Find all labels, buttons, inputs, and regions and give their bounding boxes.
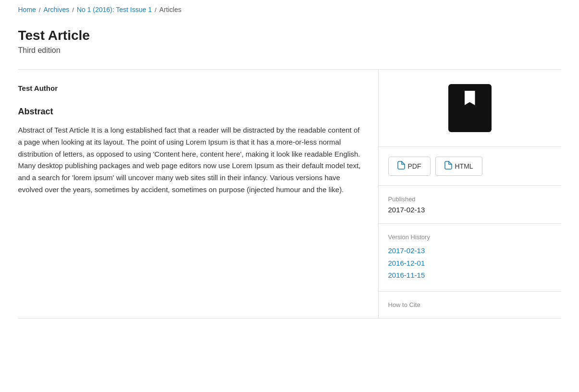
published-section: Published 2017-02-13 xyxy=(379,186,561,224)
version-link-3[interactable]: 2016-11-15 xyxy=(388,269,552,282)
abstract-heading: Abstract xyxy=(18,107,364,117)
version-history-section: Version History 2017-02-13 2016-12-01 20… xyxy=(379,224,561,292)
main-column: Test Author Abstract Abstract of Test Ar… xyxy=(18,70,379,318)
breadcrumb-sep-2: / xyxy=(72,6,74,13)
published-label: Published xyxy=(388,196,552,203)
published-date: 2017-02-13 xyxy=(388,206,552,214)
breadcrumb-archives[interactable]: Archives xyxy=(43,6,69,13)
breadcrumb-section: Articles xyxy=(160,6,182,13)
breadcrumb: Home / Archives / No 1 (2016): Test Issu… xyxy=(18,0,561,18)
pdf-download-button[interactable]: PDF xyxy=(388,157,431,176)
book-cover-area xyxy=(379,70,561,147)
downloads-section: PDF HTML xyxy=(379,147,561,186)
breadcrumb-sep-1: / xyxy=(39,6,41,13)
book-cover-icon xyxy=(448,84,492,132)
title-section: Test Article Third edition xyxy=(18,18,561,70)
how-to-cite-section: How to Cite xyxy=(379,292,561,318)
pdf-label: PDF xyxy=(408,162,421,170)
content-layout: Test Author Abstract Abstract of Test Ar… xyxy=(18,70,561,318)
bookmark-icon xyxy=(465,91,475,105)
breadcrumb-issue[interactable]: No 1 (2016): Test Issue 1 xyxy=(77,6,152,13)
abstract-text: Abstract of Test Article It is a long es… xyxy=(18,124,364,196)
how-to-cite-label: How to Cite xyxy=(388,301,552,308)
version-link-1[interactable]: 2017-02-13 xyxy=(388,245,552,257)
author-name: Test Author xyxy=(18,84,364,92)
pdf-icon xyxy=(397,161,405,172)
html-download-button[interactable]: HTML xyxy=(435,157,482,176)
article-subtitle: Third edition xyxy=(18,46,561,55)
version-link-2[interactable]: 2016-12-01 xyxy=(388,257,552,270)
breadcrumb-home[interactable]: Home xyxy=(18,6,36,13)
sidebar: PDF HTML Published 2017-02-13 xyxy=(379,70,561,318)
html-icon xyxy=(444,161,452,172)
article-title: Test Article xyxy=(18,28,561,43)
breadcrumb-sep-3: / xyxy=(155,6,157,13)
version-history-label: Version History xyxy=(388,233,552,241)
html-label: HTML xyxy=(455,162,473,170)
